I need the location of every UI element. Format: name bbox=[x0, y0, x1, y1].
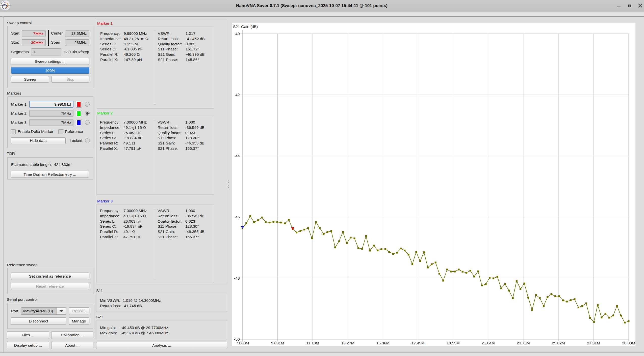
svg-text:15.36M: 15.36M bbox=[376, 341, 390, 345]
svg-text:-46: -46 bbox=[234, 215, 240, 219]
svg-text:19.55M: 19.55M bbox=[447, 341, 460, 345]
svg-text:-44: -44 bbox=[234, 154, 240, 158]
svg-text:25.82M: 25.82M bbox=[552, 341, 565, 345]
svg-text:-48: -48 bbox=[234, 276, 240, 280]
svg-text:21.64M: 21.64M bbox=[482, 341, 495, 345]
svg-text:S21 Gain (dB): S21 Gain (dB) bbox=[233, 24, 258, 29]
svg-text:23.73M: 23.73M bbox=[517, 341, 530, 345]
svg-text:30.00M: 30.00M bbox=[622, 341, 635, 345]
svg-text:-42: -42 bbox=[234, 93, 240, 97]
svg-text:-40: -40 bbox=[234, 32, 240, 36]
svg-text:17.45M: 17.45M bbox=[411, 341, 425, 345]
svg-text:9.091M: 9.091M bbox=[271, 341, 284, 345]
svg-text:27.91M: 27.91M bbox=[587, 341, 600, 345]
svg-text:11.18M: 11.18M bbox=[306, 341, 319, 345]
svg-text:7.000M: 7.000M bbox=[236, 341, 249, 345]
svg-text:13.27M: 13.27M bbox=[341, 341, 354, 345]
